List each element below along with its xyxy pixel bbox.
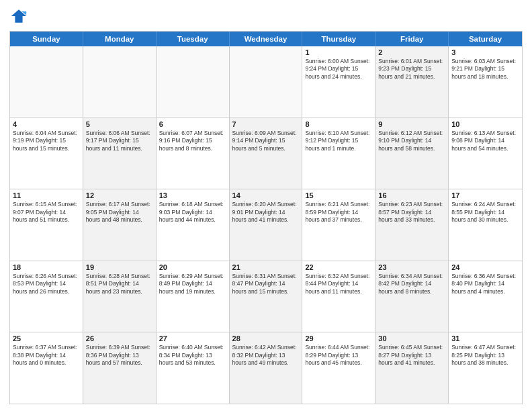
calendar-cell: 26Sunrise: 6:39 AM Sunset: 8:36 PM Dayli…: [83, 332, 157, 404]
day-info: Sunrise: 6:37 AM Sunset: 8:38 PM Dayligh…: [13, 344, 80, 367]
day-number: 29: [305, 334, 372, 342]
day-info: Sunrise: 6:00 AM Sunset: 9:24 PM Dayligh…: [305, 58, 372, 81]
day-info: Sunrise: 6:04 AM Sunset: 9:19 PM Dayligh…: [13, 130, 80, 152]
day-number: 31: [451, 334, 519, 342]
calendar-cell: [230, 46, 303, 118]
day-info: Sunrise: 6:34 AM Sunset: 8:42 PM Dayligh…: [378, 273, 445, 295]
day-number: 4: [13, 120, 80, 128]
calendar-cell: 20Sunrise: 6:29 AM Sunset: 8:49 PM Dayli…: [157, 261, 230, 332]
calendar-header-cell: Saturday: [449, 32, 522, 46]
day-info: Sunrise: 6:21 AM Sunset: 8:59 PM Dayligh…: [305, 201, 372, 224]
day-info: Sunrise: 6:12 AM Sunset: 9:10 PM Dayligh…: [378, 130, 445, 152]
day-info: Sunrise: 6:17 AM Sunset: 9:05 PM Dayligh…: [86, 201, 153, 224]
calendar-cell: 12Sunrise: 6:17 AM Sunset: 9:05 PM Dayli…: [83, 189, 157, 261]
day-info: Sunrise: 6:20 AM Sunset: 9:01 PM Dayligh…: [232, 201, 300, 224]
day-info: Sunrise: 6:23 AM Sunset: 8:57 PM Dayligh…: [378, 201, 445, 224]
day-number: 21: [232, 263, 300, 271]
calendar-cell: 27Sunrise: 6:40 AM Sunset: 8:34 PM Dayli…: [157, 332, 230, 404]
calendar-cell: 9Sunrise: 6:12 AM Sunset: 9:10 PM Daylig…: [375, 118, 449, 189]
calendar-cell: 16Sunrise: 6:23 AM Sunset: 8:57 PM Dayli…: [375, 189, 449, 261]
day-info: Sunrise: 6:15 AM Sunset: 9:07 PM Dayligh…: [13, 201, 80, 224]
calendar-cell: 6Sunrise: 6:07 AM Sunset: 9:16 PM Daylig…: [157, 118, 230, 189]
day-info: Sunrise: 6:06 AM Sunset: 9:17 PM Dayligh…: [86, 130, 153, 152]
day-number: 20: [159, 263, 226, 271]
calendar-cell: [157, 46, 230, 118]
day-number: 26: [86, 334, 153, 342]
logo-icon: [9, 7, 28, 26]
day-number: 5: [86, 120, 153, 128]
day-info: Sunrise: 6:47 AM Sunset: 8:25 PM Dayligh…: [451, 344, 519, 367]
day-number: 30: [378, 334, 445, 342]
calendar: SundayMondayTuesdayWednesdayThursdayFrid…: [9, 31, 523, 404]
day-info: Sunrise: 6:18 AM Sunset: 9:03 PM Dayligh…: [159, 201, 226, 224]
calendar-cell: 4Sunrise: 6:04 AM Sunset: 9:19 PM Daylig…: [10, 118, 83, 189]
day-number: 10: [451, 120, 519, 128]
calendar-header-cell: Monday: [83, 32, 157, 46]
day-number: 17: [451, 191, 519, 199]
page: SundayMondayTuesdayWednesdayThursdayFrid…: [0, 0, 532, 411]
calendar-cell: 22Sunrise: 6:32 AM Sunset: 8:44 PM Dayli…: [302, 261, 375, 332]
calendar-cell: 8Sunrise: 6:10 AM Sunset: 9:12 PM Daylig…: [302, 118, 375, 189]
calendar-cell: 28Sunrise: 6:42 AM Sunset: 8:32 PM Dayli…: [230, 332, 303, 404]
day-info: Sunrise: 6:39 AM Sunset: 8:36 PM Dayligh…: [86, 344, 153, 367]
day-info: Sunrise: 6:29 AM Sunset: 8:49 PM Dayligh…: [159, 273, 226, 295]
day-info: Sunrise: 6:32 AM Sunset: 8:44 PM Dayligh…: [305, 273, 372, 295]
calendar-cell: 14Sunrise: 6:20 AM Sunset: 9:01 PM Dayli…: [230, 189, 303, 261]
day-number: 3: [451, 48, 519, 56]
day-number: 2: [378, 48, 445, 56]
day-number: 7: [232, 120, 300, 128]
day-number: 16: [378, 191, 445, 199]
calendar-week-2: 4Sunrise: 6:04 AM Sunset: 9:19 PM Daylig…: [10, 118, 522, 189]
day-info: Sunrise: 6:13 AM Sunset: 9:08 PM Dayligh…: [451, 130, 519, 152]
day-number: 11: [13, 191, 80, 199]
calendar-week-1: 1Sunrise: 6:00 AM Sunset: 9:24 PM Daylig…: [10, 46, 522, 118]
calendar-week-3: 11Sunrise: 6:15 AM Sunset: 9:07 PM Dayli…: [10, 189, 522, 261]
day-number: 12: [86, 191, 153, 199]
day-number: 15: [305, 191, 372, 199]
day-info: Sunrise: 6:40 AM Sunset: 8:34 PM Dayligh…: [159, 344, 226, 367]
calendar-cell: 30Sunrise: 6:45 AM Sunset: 8:27 PM Dayli…: [375, 332, 449, 404]
calendar-body: 1Sunrise: 6:00 AM Sunset: 9:24 PM Daylig…: [10, 46, 522, 404]
calendar-cell: 18Sunrise: 6:26 AM Sunset: 8:53 PM Dayli…: [10, 261, 83, 332]
day-info: Sunrise: 6:44 AM Sunset: 8:29 PM Dayligh…: [305, 344, 372, 367]
calendar-cell: 5Sunrise: 6:06 AM Sunset: 9:17 PM Daylig…: [83, 118, 157, 189]
calendar-cell: 23Sunrise: 6:34 AM Sunset: 8:42 PM Dayli…: [375, 261, 449, 332]
day-number: 25: [13, 334, 80, 342]
calendar-week-5: 25Sunrise: 6:37 AM Sunset: 8:38 PM Dayli…: [10, 332, 522, 404]
day-info: Sunrise: 6:01 AM Sunset: 9:23 PM Dayligh…: [378, 58, 445, 81]
day-info: Sunrise: 6:26 AM Sunset: 8:53 PM Dayligh…: [13, 273, 80, 295]
day-info: Sunrise: 6:03 AM Sunset: 9:21 PM Dayligh…: [451, 58, 519, 81]
calendar-cell: 13Sunrise: 6:18 AM Sunset: 9:03 PM Dayli…: [157, 189, 230, 261]
calendar-cell: 15Sunrise: 6:21 AM Sunset: 8:59 PM Dayli…: [302, 189, 375, 261]
calendar-cell: 3Sunrise: 6:03 AM Sunset: 9:21 PM Daylig…: [449, 46, 522, 118]
day-info: Sunrise: 6:10 AM Sunset: 9:12 PM Dayligh…: [305, 130, 372, 152]
calendar-cell: 21Sunrise: 6:31 AM Sunset: 8:47 PM Dayli…: [230, 261, 303, 332]
calendar-week-4: 18Sunrise: 6:26 AM Sunset: 8:53 PM Dayli…: [10, 261, 522, 332]
day-number: 8: [305, 120, 372, 128]
day-number: 23: [378, 263, 445, 271]
day-number: 1: [305, 48, 372, 56]
calendar-cell: 17Sunrise: 6:24 AM Sunset: 8:55 PM Dayli…: [449, 189, 522, 261]
calendar-cell: 25Sunrise: 6:37 AM Sunset: 8:38 PM Dayli…: [10, 332, 83, 404]
day-info: Sunrise: 6:28 AM Sunset: 8:51 PM Dayligh…: [86, 273, 153, 295]
day-number: 9: [378, 120, 445, 128]
calendar-cell: 1Sunrise: 6:00 AM Sunset: 9:24 PM Daylig…: [302, 46, 375, 118]
day-number: 27: [159, 334, 226, 342]
day-info: Sunrise: 6:45 AM Sunset: 8:27 PM Dayligh…: [378, 344, 445, 367]
calendar-cell: 24Sunrise: 6:36 AM Sunset: 8:40 PM Dayli…: [449, 261, 522, 332]
day-number: 24: [451, 263, 519, 271]
calendar-header-cell: Sunday: [10, 32, 83, 46]
calendar-cell: 29Sunrise: 6:44 AM Sunset: 8:29 PM Dayli…: [302, 332, 375, 404]
day-info: Sunrise: 6:42 AM Sunset: 8:32 PM Dayligh…: [232, 344, 300, 367]
calendar-cell: [83, 46, 157, 118]
calendar-cell: 2Sunrise: 6:01 AM Sunset: 9:23 PM Daylig…: [375, 46, 449, 118]
day-number: 28: [232, 334, 300, 342]
day-info: Sunrise: 6:07 AM Sunset: 9:16 PM Dayligh…: [159, 130, 226, 152]
day-number: 19: [86, 263, 153, 271]
day-number: 13: [159, 191, 226, 199]
day-info: Sunrise: 6:24 AM Sunset: 8:55 PM Dayligh…: [451, 201, 519, 224]
calendar-header-cell: Tuesday: [157, 32, 230, 46]
day-info: Sunrise: 6:36 AM Sunset: 8:40 PM Dayligh…: [451, 273, 519, 295]
day-info: Sunrise: 6:31 AM Sunset: 8:47 PM Dayligh…: [232, 273, 300, 295]
calendar-header-row: SundayMondayTuesdayWednesdayThursdayFrid…: [10, 32, 522, 46]
